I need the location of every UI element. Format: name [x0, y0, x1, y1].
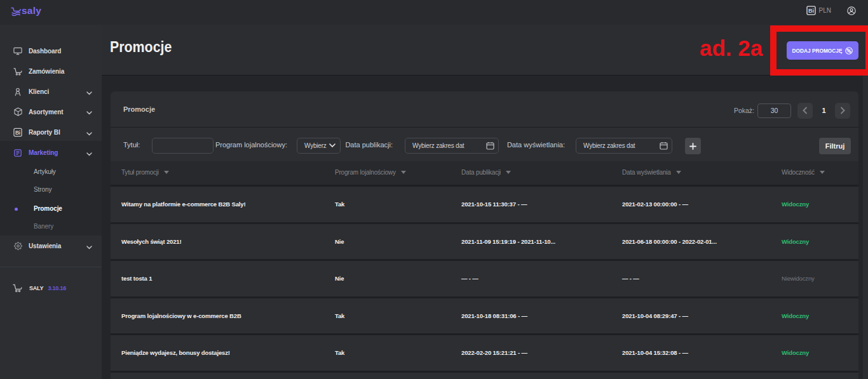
svg-text:Bi: Bi [808, 8, 814, 14]
svg-text:Bi: Bi [15, 130, 20, 136]
